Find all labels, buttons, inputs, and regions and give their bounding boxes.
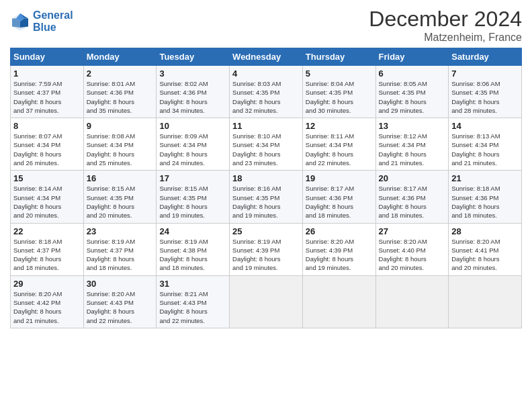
calendar-day-cell: 26Sunrise: 8:20 AMSunset: 4:39 PMDayligh… — [302, 223, 375, 275]
day-number: 15 — [13, 173, 81, 183]
weekday-header-friday: Friday — [375, 48, 449, 66]
title-block: December 2024 Matzenheim, France — [369, 7, 522, 44]
day-info: Sunrise: 8:19 AMSunset: 4:38 PMDaylight:… — [159, 237, 226, 273]
day-info: Sunrise: 8:09 AMSunset: 4:34 PMDaylight:… — [159, 132, 226, 167]
day-number: 16 — [87, 173, 154, 183]
day-info: Sunrise: 8:01 AMSunset: 4:36 PMDaylight:… — [87, 79, 154, 115]
day-info: Sunrise: 8:08 AMSunset: 4:34 PMDaylight:… — [87, 132, 154, 167]
day-number: 8 — [13, 121, 81, 131]
day-info: Sunrise: 8:20 AMSunset: 4:40 PMDaylight:… — [379, 237, 446, 273]
calendar-day-cell: 8Sunrise: 8:07 AMSunset: 4:34 PMDaylight… — [11, 118, 84, 171]
calendar-week-row: 22Sunrise: 8:18 AMSunset: 4:37 PMDayligh… — [11, 223, 522, 275]
calendar-day-cell: 11Sunrise: 8:10 AMSunset: 4:34 PMDayligh… — [230, 118, 303, 171]
day-number: 25 — [232, 226, 300, 236]
day-number: 14 — [451, 121, 519, 131]
day-info: Sunrise: 8:07 AMSunset: 4:34 PMDaylight:… — [13, 132, 81, 167]
calendar-day-cell: 3Sunrise: 8:02 AMSunset: 4:36 PMDaylight… — [157, 66, 230, 118]
day-info: Sunrise: 8:02 AMSunset: 4:36 PMDaylight:… — [159, 79, 226, 115]
calendar-day-cell: 31Sunrise: 8:21 AMSunset: 4:43 PMDayligh… — [157, 275, 230, 328]
header: General Blue December 2024 Matzenheim, F… — [10, 7, 522, 44]
day-number: 26 — [306, 226, 373, 236]
day-info: Sunrise: 8:19 AMSunset: 4:39 PMDaylight:… — [232, 237, 300, 273]
day-number: 7 — [451, 68, 519, 79]
calendar-table: SundayMondayTuesdayWednesdayThursdayFrid… — [10, 48, 522, 328]
day-number: 19 — [306, 173, 373, 183]
month-title: December 2024 — [369, 7, 522, 32]
day-info: Sunrise: 8:16 AMSunset: 4:35 PMDaylight:… — [232, 184, 300, 220]
calendar-header-row: SundayMondayTuesdayWednesdayThursdayFrid… — [11, 48, 522, 66]
calendar-day-cell: 19Sunrise: 8:17 AMSunset: 4:36 PMDayligh… — [302, 171, 375, 223]
day-number: 22 — [13, 226, 81, 236]
day-info: Sunrise: 8:03 AMSunset: 4:35 PMDaylight:… — [232, 79, 300, 115]
calendar-day-cell — [449, 275, 522, 328]
day-info: Sunrise: 8:11 AMSunset: 4:34 PMDaylight:… — [306, 132, 373, 167]
day-number: 23 — [87, 226, 154, 236]
day-info: Sunrise: 8:12 AMSunset: 4:34 PMDaylight:… — [379, 132, 446, 167]
day-number: 5 — [306, 68, 373, 79]
calendar-body: 1Sunrise: 7:59 AMSunset: 4:37 PMDaylight… — [11, 66, 522, 328]
day-info: Sunrise: 8:17 AMSunset: 4:36 PMDaylight:… — [306, 184, 373, 220]
calendar-day-cell: 9Sunrise: 8:08 AMSunset: 4:34 PMDaylight… — [83, 118, 157, 171]
day-number: 6 — [379, 68, 446, 79]
day-number: 31 — [159, 279, 226, 289]
calendar-day-cell — [375, 275, 449, 328]
calendar-day-cell: 28Sunrise: 8:20 AMSunset: 4:41 PMDayligh… — [449, 223, 522, 275]
calendar-day-cell: 2Sunrise: 8:01 AMSunset: 4:36 PMDaylight… — [83, 66, 157, 118]
weekday-header-saturday: Saturday — [449, 48, 522, 66]
day-info: Sunrise: 8:14 AMSunset: 4:34 PMDaylight:… — [13, 184, 81, 220]
weekday-header-thursday: Thursday — [302, 48, 375, 66]
calendar-day-cell: 10Sunrise: 8:09 AMSunset: 4:34 PMDayligh… — [157, 118, 230, 171]
logo-icon — [10, 11, 30, 32]
weekday-header-monday: Monday — [83, 48, 157, 66]
day-number: 10 — [159, 121, 226, 131]
day-number: 24 — [159, 226, 226, 236]
calendar-day-cell: 13Sunrise: 8:12 AMSunset: 4:34 PMDayligh… — [375, 118, 449, 171]
calendar-week-row: 1Sunrise: 7:59 AMSunset: 4:37 PMDaylight… — [11, 66, 522, 118]
day-number: 2 — [87, 68, 154, 79]
calendar-day-cell: 18Sunrise: 8:16 AMSunset: 4:35 PMDayligh… — [230, 171, 303, 223]
weekday-header-tuesday: Tuesday — [157, 48, 230, 66]
calendar-day-cell: 6Sunrise: 8:05 AMSunset: 4:35 PMDaylight… — [375, 66, 449, 118]
calendar-day-cell: 25Sunrise: 8:19 AMSunset: 4:39 PMDayligh… — [230, 223, 303, 275]
day-info: Sunrise: 8:18 AMSunset: 4:37 PMDaylight:… — [13, 237, 81, 273]
calendar-week-row: 29Sunrise: 8:20 AMSunset: 4:42 PMDayligh… — [11, 275, 522, 328]
day-number: 9 — [87, 121, 154, 131]
calendar-week-row: 15Sunrise: 8:14 AMSunset: 4:34 PMDayligh… — [11, 171, 522, 223]
logo-text: General Blue — [33, 9, 73, 33]
day-info: Sunrise: 8:20 AMSunset: 4:43 PMDaylight:… — [87, 289, 154, 325]
calendar-day-cell: 16Sunrise: 8:15 AMSunset: 4:35 PMDayligh… — [83, 171, 157, 223]
day-number: 30 — [87, 279, 154, 289]
day-number: 17 — [159, 173, 226, 183]
calendar-day-cell: 4Sunrise: 8:03 AMSunset: 4:35 PMDaylight… — [230, 66, 303, 118]
day-number: 28 — [451, 226, 519, 236]
day-info: Sunrise: 8:17 AMSunset: 4:36 PMDaylight:… — [379, 184, 446, 220]
day-number: 29 — [13, 279, 81, 289]
calendar-day-cell: 29Sunrise: 8:20 AMSunset: 4:42 PMDayligh… — [11, 275, 84, 328]
calendar-day-cell: 15Sunrise: 8:14 AMSunset: 4:34 PMDayligh… — [11, 171, 84, 223]
day-number: 20 — [379, 173, 446, 183]
calendar-day-cell: 7Sunrise: 8:06 AMSunset: 4:35 PMDaylight… — [449, 66, 522, 118]
calendar-day-cell: 30Sunrise: 8:20 AMSunset: 4:43 PMDayligh… — [83, 275, 157, 328]
day-info: Sunrise: 8:19 AMSunset: 4:37 PMDaylight:… — [87, 237, 154, 273]
day-number: 4 — [232, 68, 300, 79]
day-info: Sunrise: 8:06 AMSunset: 4:35 PMDaylight:… — [451, 79, 519, 115]
calendar-day-cell: 1Sunrise: 7:59 AMSunset: 4:37 PMDaylight… — [11, 66, 84, 118]
day-info: Sunrise: 8:15 AMSunset: 4:35 PMDaylight:… — [159, 184, 226, 220]
day-info: Sunrise: 8:04 AMSunset: 4:35 PMDaylight:… — [306, 79, 373, 115]
calendar-day-cell — [230, 275, 303, 328]
day-number: 18 — [232, 173, 300, 183]
weekday-header-sunday: Sunday — [11, 48, 84, 66]
location-title: Matzenheim, France — [369, 32, 522, 44]
calendar-day-cell: 14Sunrise: 8:13 AMSunset: 4:34 PMDayligh… — [449, 118, 522, 171]
calendar-day-cell: 20Sunrise: 8:17 AMSunset: 4:36 PMDayligh… — [375, 171, 449, 223]
day-info: Sunrise: 8:20 AMSunset: 4:41 PMDaylight:… — [451, 237, 519, 273]
day-info: Sunrise: 8:21 AMSunset: 4:43 PMDaylight:… — [159, 289, 226, 325]
calendar-day-cell: 27Sunrise: 8:20 AMSunset: 4:40 PMDayligh… — [375, 223, 449, 275]
calendar-week-row: 8Sunrise: 8:07 AMSunset: 4:34 PMDaylight… — [11, 118, 522, 171]
day-number: 11 — [232, 121, 300, 131]
day-info: Sunrise: 8:18 AMSunset: 4:36 PMDaylight:… — [451, 184, 519, 220]
day-info: Sunrise: 8:13 AMSunset: 4:34 PMDaylight:… — [451, 132, 519, 167]
day-info: Sunrise: 8:20 AMSunset: 4:39 PMDaylight:… — [306, 237, 373, 273]
day-number: 21 — [451, 173, 519, 183]
calendar-day-cell: 5Sunrise: 8:04 AMSunset: 4:35 PMDaylight… — [302, 66, 375, 118]
